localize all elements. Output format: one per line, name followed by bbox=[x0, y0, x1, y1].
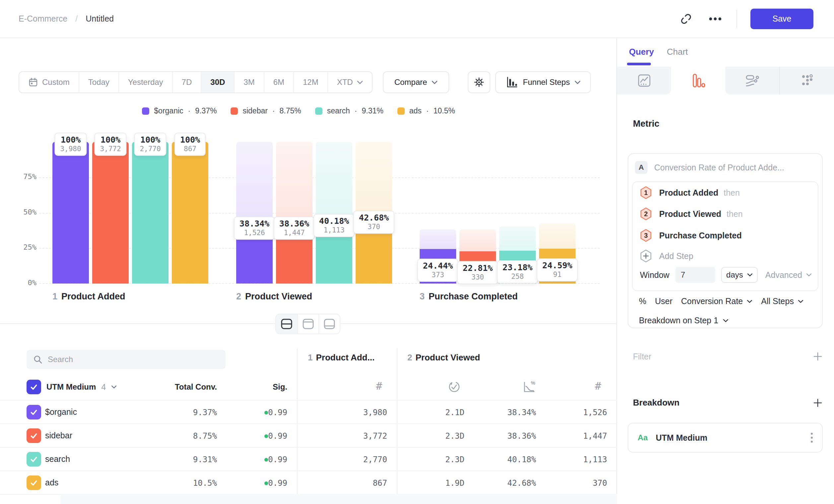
window-unit-select[interactable]: days bbox=[721, 267, 758, 283]
advanced-toggle[interactable]: Advanced bbox=[765, 270, 812, 280]
table-row[interactable]: sidebar 8.75% 0.99 3,772 2.3D 38.36% 1,4… bbox=[0, 423, 617, 447]
add-breakdown-button[interactable] bbox=[813, 398, 823, 408]
row-total-conv: 8.75% bbox=[151, 431, 217, 441]
funnel-bar-$organic-step1[interactable] bbox=[52, 142, 89, 283]
layout-split-button[interactable] bbox=[276, 314, 297, 334]
top-panel-icon bbox=[302, 318, 314, 329]
table-row[interactable]: $organic 9.37% 0.99 3,980 2.1D 38.34% 1,… bbox=[0, 400, 617, 423]
bottom-panel-icon bbox=[324, 318, 335, 329]
date-range-custom[interactable]: Custom bbox=[19, 72, 79, 92]
table-row[interactable]: ads 10.5% 0.99 867 1.9D 42.68% 370 bbox=[0, 471, 617, 494]
funnel-drop-area bbox=[459, 229, 496, 251]
chart-settings-button[interactable] bbox=[468, 71, 490, 93]
avg-time-column-icon[interactable] bbox=[447, 380, 461, 394]
chart-type-line-button[interactable] bbox=[617, 67, 671, 94]
more-menu-button[interactable] bbox=[707, 11, 723, 27]
metric-title[interactable]: Conversion Rate of Product Adde... bbox=[654, 163, 784, 173]
bar-value-label: 100%3,980 bbox=[54, 133, 87, 156]
funnel-step-row-2[interactable]: 2 Product Viewed then bbox=[640, 207, 743, 221]
scatter-dots-icon bbox=[799, 73, 815, 88]
row-sig: 0.99 bbox=[267, 408, 287, 417]
filter-section-header: Filter bbox=[633, 351, 823, 361]
counting-method[interactable]: User bbox=[655, 296, 673, 306]
date-range-30d[interactable]: 30D bbox=[201, 72, 234, 92]
row-step2-conv: 38.36% bbox=[476, 431, 536, 441]
select-all-checkbox[interactable] bbox=[26, 380, 41, 394]
row-step2-conv: 38.34% bbox=[476, 408, 536, 417]
breadcrumb-project[interactable]: E-Commerce bbox=[19, 14, 67, 24]
breakdown-property-card[interactable]: Aa UTM Medium bbox=[628, 423, 823, 453]
table-group-header: UTM Medium 4 bbox=[26, 379, 117, 395]
legend-item[interactable]: sidebar·8.75% bbox=[231, 107, 301, 115]
kebab-menu-icon[interactable] bbox=[811, 433, 813, 443]
chevron-down-icon bbox=[432, 81, 438, 84]
chart-type-button[interactable]: Funnel Steps bbox=[495, 71, 591, 93]
legend-item[interactable]: ads·10.5% bbox=[397, 107, 455, 115]
count-column-icon[interactable]: # bbox=[376, 380, 382, 392]
legend-swatch bbox=[397, 108, 405, 115]
bar-value-label: 38.36%1,447 bbox=[274, 216, 315, 240]
add-step-button[interactable]: Add Step bbox=[640, 249, 693, 263]
row-step2-duration: 2.3D bbox=[411, 431, 464, 441]
date-range-today[interactable]: Today bbox=[79, 72, 118, 92]
breadcrumb-title[interactable]: Untitled bbox=[86, 14, 114, 24]
date-range-7d[interactable]: 7D bbox=[172, 72, 201, 92]
row-checkbox[interactable] bbox=[26, 476, 41, 490]
layout-chart-only-button[interactable] bbox=[297, 314, 319, 334]
date-range-yesterday[interactable]: Yesterday bbox=[118, 72, 172, 92]
table-search bbox=[26, 350, 225, 369]
chevron-down-icon bbox=[723, 319, 728, 322]
row-step1-count: 3,772 bbox=[321, 431, 387, 441]
conv-rate-column-icon[interactable]: % bbox=[522, 380, 536, 394]
date-range-6m[interactable]: 6M bbox=[264, 72, 293, 92]
add-filter-button[interactable] bbox=[813, 351, 823, 361]
count-column-icon[interactable]: # bbox=[595, 380, 601, 392]
chart-type-funnel-button[interactable] bbox=[671, 67, 725, 94]
chart-type-scatter-button[interactable] bbox=[779, 67, 834, 94]
breakdown-step-select[interactable]: Breakdown on Step 1 bbox=[639, 316, 728, 325]
group-column-label[interactable]: UTM Medium bbox=[46, 382, 96, 392]
row-step1-count: 3,980 bbox=[321, 408, 387, 417]
tab-query[interactable]: Query bbox=[629, 47, 654, 57]
window-value-input[interactable] bbox=[676, 267, 715, 283]
legend-item[interactable]: $organic·9.37% bbox=[142, 107, 217, 115]
funnel-bar-search-step1[interactable] bbox=[132, 142, 169, 283]
metric-type-select[interactable]: Conversion Rate bbox=[681, 296, 752, 306]
tab-chart[interactable]: Chart bbox=[667, 47, 688, 57]
compare-button[interactable]: Compare bbox=[383, 71, 449, 93]
svg-text:%: % bbox=[531, 380, 535, 386]
date-range-xtd[interactable]: XTD bbox=[327, 72, 372, 92]
layout-table-only-button[interactable] bbox=[319, 314, 340, 334]
metric-heading: Metric bbox=[633, 119, 659, 129]
bar-value-label: 100%2,770 bbox=[134, 133, 166, 156]
legend-item[interactable]: search·9.31% bbox=[315, 107, 383, 115]
funnel-step-row-3[interactable]: 3 Purchase Completed bbox=[640, 228, 747, 243]
table-row[interactable]: search 9.31% 0.99 2,770 2.3D 40.18% 1,11… bbox=[0, 447, 617, 471]
chevron-down-icon bbox=[575, 81, 580, 84]
funnel-bar-ads-step1[interactable] bbox=[172, 142, 208, 283]
row-checkbox[interactable] bbox=[26, 428, 41, 443]
date-range-12m[interactable]: 12M bbox=[293, 72, 327, 92]
step-hexagon-badge: 2 bbox=[640, 207, 652, 221]
total-conv-column-header[interactable]: Total Conv. bbox=[151, 382, 217, 392]
row-checkbox[interactable] bbox=[26, 405, 41, 419]
search-input[interactable] bbox=[48, 355, 219, 364]
row-sig: 0.99 bbox=[267, 455, 287, 464]
measurement-row: % User Conversion Rate All Steps bbox=[639, 296, 804, 306]
table-scroll-track[interactable] bbox=[61, 494, 617, 504]
percent-symbol: % bbox=[639, 296, 646, 306]
funnel-bar-sidebar-step1[interactable] bbox=[92, 142, 129, 283]
share-link-button[interactable] bbox=[678, 11, 694, 27]
date-range-3m[interactable]: 3M bbox=[234, 72, 263, 92]
row-total-conv: 9.31% bbox=[151, 455, 217, 464]
chart-type-flow-button[interactable] bbox=[725, 67, 779, 94]
funnel-step-row-1[interactable]: 1 Product Added then bbox=[640, 185, 740, 200]
sig-column-header[interactable]: Sig. bbox=[254, 382, 287, 392]
funnel-drop-area bbox=[539, 223, 575, 249]
chevron-down-icon bbox=[747, 273, 753, 277]
steps-scope-select[interactable]: All Steps bbox=[761, 296, 804, 306]
row-checkbox[interactable] bbox=[26, 452, 41, 466]
breakdown-property-name: UTM Medium bbox=[656, 433, 708, 443]
save-button[interactable]: Save bbox=[750, 8, 813, 29]
chevron-down-icon[interactable] bbox=[111, 385, 117, 389]
